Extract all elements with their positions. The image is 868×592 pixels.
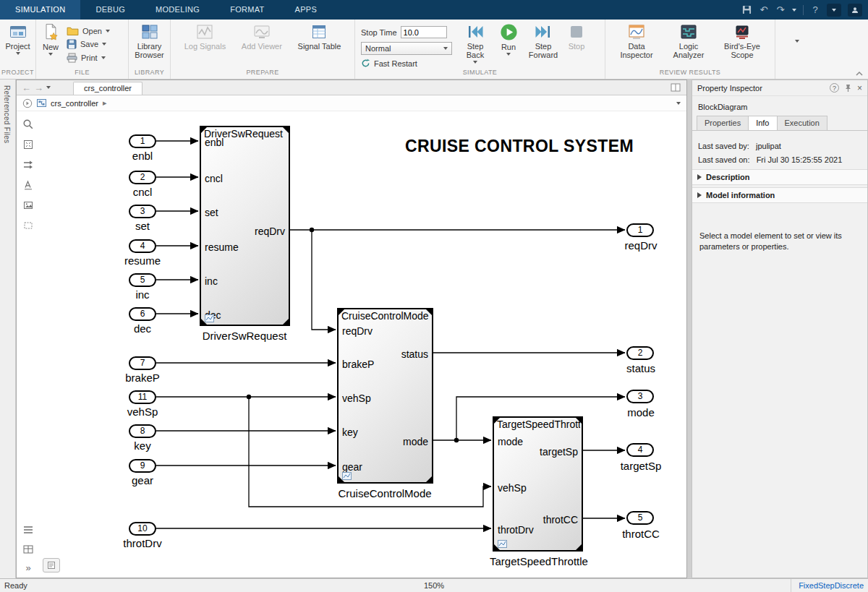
print-icon (67, 53, 77, 63)
input-port[interactable]: 7 (129, 356, 156, 370)
input-port-label: cncl (99, 186, 186, 198)
editor-layout-icon[interactable] (671, 83, 681, 92)
output-port[interactable]: 4 (626, 443, 654, 457)
fast-restart-toggle[interactable]: Fast Restart (361, 59, 454, 68)
area-annotation-icon[interactable] (22, 219, 35, 232)
undo-icon[interactable]: ↶ (759, 4, 769, 16)
breadcrumb-item[interactable]: crs_controller (51, 99, 98, 108)
block-targetspeedthrottle[interactable]: TargetSpeedThrottle mode vehSp throtDrv … (493, 416, 583, 552)
input-port[interactable]: 10 (129, 522, 156, 536)
zoom-selection-icon[interactable] (22, 158, 35, 171)
account-icon[interactable] (848, 4, 862, 17)
inport-label: enbl (205, 136, 224, 149)
input-port[interactable]: 2 (129, 171, 156, 184)
library-browser-button[interactable]: Library Browser (129, 22, 170, 61)
input-port[interactable]: 6 (129, 307, 156, 321)
status-bar: Ready 150% FixedStepDiscrete (0, 578, 868, 592)
input-port[interactable]: 9 (129, 459, 156, 473)
section-model-information[interactable]: Model information (692, 187, 867, 203)
block-diagram[interactable]: CRUISE CONTROL SYSTEM DriverSwRequest en… (17, 80, 688, 579)
pin-icon[interactable] (844, 84, 852, 93)
new-button[interactable]: New (41, 22, 61, 57)
input-port[interactable]: 3 (129, 205, 156, 218)
tab-modeling[interactable]: MODELING (140, 0, 215, 20)
image-annotation-icon[interactable] (22, 199, 35, 212)
notifications-icon[interactable] (827, 4, 841, 17)
nav-back-icon[interactable]: ← (22, 82, 31, 93)
tab-properties[interactable]: Properties (697, 116, 749, 130)
model-data-editor-icon[interactable] (22, 543, 35, 556)
block-caption: DriverSwRequest (172, 330, 317, 342)
output-port[interactable]: 2 (626, 346, 654, 360)
inspector-close-icon[interactable]: × (857, 83, 862, 93)
chart-badge-icon (342, 472, 352, 480)
tab-apps[interactable]: APPS (280, 0, 333, 20)
annotation-icon[interactable] (22, 179, 35, 192)
gallery-caret-icon[interactable] (795, 40, 799, 43)
more-tools-icon[interactable]: » (25, 562, 30, 573)
nav-history-caret-icon[interactable] (46, 86, 51, 89)
inport-label: throtDrv (498, 523, 534, 536)
block-driverswrequest[interactable]: DriverSwRequest enbl cncl set resume inc… (200, 126, 290, 326)
print-button[interactable]: Print (67, 53, 110, 63)
editor-bottom-tools: » (19, 523, 38, 573)
stop-button[interactable]: Stop (562, 22, 591, 52)
step-forward-button[interactable]: Step Forward (524, 22, 562, 61)
help-icon[interactable]: ? (810, 4, 820, 16)
section-review-results: Data Inspector Logic Analyzer Bird's-Eye… (605, 20, 775, 79)
referenced-files-strip[interactable]: Referenced Files (0, 80, 16, 578)
run-button[interactable]: Run (493, 22, 524, 57)
legend-button[interactable] (43, 558, 60, 572)
tab-debug[interactable]: DEBUG (80, 0, 140, 20)
breadcrumb-options-caret-icon[interactable] (676, 102, 681, 105)
collapse-toolstrip-icon[interactable] (855, 71, 864, 77)
output-port[interactable]: 1 (626, 223, 654, 237)
output-port[interactable]: 3 (626, 390, 654, 403)
tab-execution[interactable]: Execution (777, 116, 827, 130)
step-back-button[interactable]: Step Back (458, 22, 493, 65)
sim-mode-select[interactable]: Normal (361, 42, 452, 55)
logic-analyzer-icon (679, 23, 698, 40)
status-solver[interactable]: FixedStepDiscrete (791, 579, 864, 592)
tab-info[interactable]: Info (748, 116, 777, 130)
input-port[interactable]: 5 (129, 273, 156, 287)
signal-table-button[interactable]: Signal Table (296, 22, 344, 52)
output-port-label: status (605, 362, 677, 374)
output-port[interactable]: 5 (626, 511, 654, 525)
add-viewer-icon (252, 23, 271, 40)
section-description[interactable]: Description (692, 169, 867, 185)
quickbar-options-caret-icon[interactable] (792, 9, 796, 12)
input-port[interactable]: 4 (129, 239, 156, 253)
data-inspector-button[interactable]: Data Inspector (616, 22, 658, 61)
output-port-label: mode (605, 406, 677, 419)
editor-tool-palette (19, 118, 38, 232)
new-caret-icon (48, 53, 53, 56)
add-viewer-button[interactable]: Add Viewer (239, 22, 284, 52)
project-button[interactable]: Project (3, 22, 32, 56)
log-signals-button[interactable]: Log Signals (182, 22, 229, 52)
input-port[interactable]: 1 (129, 134, 156, 148)
saved-on-value: Fri Jul 30 15:25:55 2021 (757, 155, 843, 164)
quick-save-icon[interactable] (742, 5, 752, 14)
input-port[interactable]: 8 (129, 424, 156, 438)
viewmarks-icon[interactable] (22, 523, 35, 536)
input-port-label: inc (99, 288, 186, 301)
open-button[interactable]: Open (67, 26, 110, 35)
explorer-bar-toggle-icon[interactable] (22, 98, 33, 108)
input-port[interactable]: 11 (129, 390, 156, 404)
fit-to-view-icon[interactable] (22, 138, 35, 151)
redo-icon[interactable]: ↷ (775, 4, 786, 16)
stop-time-input[interactable] (401, 26, 447, 38)
document-tab[interactable]: crs_controller (73, 82, 142, 95)
birds-eye-scope-button[interactable]: Bird's-Eye Scope (720, 22, 765, 61)
block-cruisecontrolmode[interactable]: CruiseControlMode reqDrv brakeP vehSp ke… (337, 308, 433, 484)
wire-reqDrv-branch[interactable] (312, 230, 336, 330)
nav-forward-icon[interactable]: → (34, 82, 43, 93)
logic-analyzer-button[interactable]: Logic Analyzer (668, 22, 710, 61)
save-button[interactable]: Save (67, 39, 110, 49)
saved-on-label: Last saved on: (698, 155, 750, 164)
tab-simulation[interactable]: SIMULATION (0, 0, 80, 20)
inspector-help-icon[interactable]: ? (830, 83, 839, 93)
tab-format[interactable]: FORMAT (215, 0, 279, 20)
zoom-icon[interactable] (22, 118, 35, 131)
